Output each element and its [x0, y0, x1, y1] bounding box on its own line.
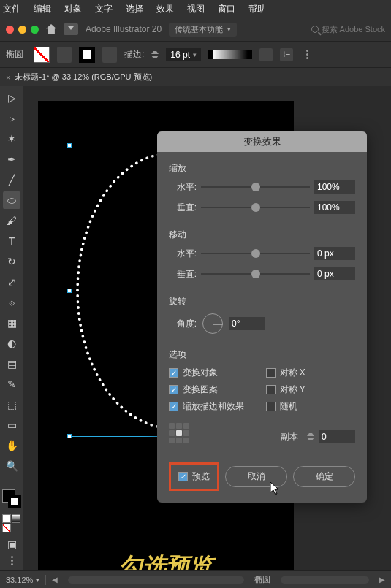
cancel-button[interactable]: 取消 [225, 466, 287, 487]
ok-button[interactable]: 确定 [293, 466, 355, 487]
stroke-profile[interactable] [208, 50, 252, 59]
move-v-input[interactable] [314, 267, 355, 280]
copies-label: 副本 [281, 431, 298, 443]
tool-rotate[interactable]: ↻ [3, 253, 20, 270]
brush-definition[interactable] [259, 48, 273, 61]
preview-label: 预览 [192, 470, 210, 483]
scale-h-label: 水平: [169, 181, 197, 194]
tool-line[interactable]: ╱ [3, 171, 20, 188]
minimize-button[interactable] [18, 26, 26, 34]
tool-gradient[interactable]: ▤ [3, 355, 20, 373]
menu-select[interactable]: 选择 [126, 3, 143, 15]
tool-selection[interactable]: ▷ [3, 89, 20, 107]
shape-label: 椭圆 [6, 48, 26, 61]
menu-type[interactable]: 文字 [95, 3, 113, 15]
scale-v-input[interactable] [314, 201, 355, 214]
tool-shape[interactable]: ⬭ [3, 191, 20, 209]
tool-scale[interactable]: ⤢ [3, 273, 20, 291]
scale-h-input[interactable] [314, 180, 355, 194]
move-v-label: 垂直: [169, 268, 197, 280]
fill-stroke-icon[interactable] [2, 489, 21, 508]
scroll-right[interactable]: ▶ [379, 576, 385, 584]
tool-free-transform[interactable]: ▦ [3, 314, 20, 332]
chk-transform-patterns[interactable] [169, 385, 178, 394]
zoom-level[interactable]: 33.12% [6, 576, 39, 584]
copies-input[interactable] [319, 430, 355, 443]
angle-dial[interactable] [202, 313, 223, 334]
stroke-value-input[interactable]: 16 pt [166, 48, 201, 61]
preview-highlight: 预览 [169, 462, 219, 491]
scale-v-label: 垂直: [169, 202, 197, 214]
dialog-title: 变换效果 [157, 131, 367, 152]
menu-file[interactable]: 文件 [3, 3, 20, 15]
tool-hand[interactable]: ✋ [3, 437, 20, 454]
stroke-stepper[interactable] [151, 49, 159, 61]
fill-swatch[interactable] [34, 47, 50, 63]
arrange-dropdown[interactable] [64, 23, 78, 35]
fill-mode-buttons[interactable] [57, 47, 72, 63]
tool-artboard[interactable]: ▭ [3, 416, 20, 434]
selection-status: 椭圆 [254, 574, 270, 585]
close-button[interactable] [6, 26, 14, 34]
tool-shape-builder[interactable]: ◐ [3, 335, 20, 352]
scale-section: 缩放 [169, 162, 355, 175]
menu-effect[interactable]: 效果 [156, 3, 174, 15]
move-section: 移动 [169, 229, 355, 241]
tool-type[interactable]: T [3, 232, 20, 250]
tool-zoom[interactable]: 🔍 [3, 457, 20, 475]
chk-transform-objects[interactable] [169, 368, 178, 378]
tool-blend[interactable]: ⬚ [3, 396, 20, 413]
chk-random[interactable] [266, 402, 276, 411]
tool-direct-select[interactable]: ▹ [3, 110, 20, 127]
move-h-slider[interactable] [201, 248, 310, 259]
maximize-button[interactable] [31, 26, 39, 34]
chk-scale-strokes[interactable] [169, 402, 178, 411]
scrollbar[interactable] [68, 576, 244, 584]
angle-label: 角度: [169, 318, 197, 330]
chk-reflect-x[interactable] [266, 368, 276, 378]
stroke-label: 描边: [124, 48, 144, 61]
menu-help[interactable]: 帮助 [248, 3, 266, 15]
copies-stepper[interactable] [307, 431, 314, 443]
tab-title[interactable]: 未标题-1* @ 33.12% (RGB/GPU 预览) [15, 72, 152, 83]
more-options[interactable] [300, 50, 314, 59]
status-bar: 33.12% ◀ 椭圆 ▶ [0, 570, 391, 588]
search-icon [311, 26, 319, 33]
home-icon[interactable] [46, 24, 56, 34]
toolbox: ▷ ▹ ✶ ✒ ╱ ⬭ 🖌 T ↻ ⤢ ⟐ ▦ ◐ ▤ ✎ ⬚ ▭ ✋ 🔍 ▣ [0, 86, 23, 570]
scale-v-slider[interactable] [201, 202, 310, 213]
scroll-left[interactable]: ◀ [52, 576, 58, 584]
tool-magic-wand[interactable]: ✶ [3, 130, 20, 148]
chk-preview[interactable] [178, 472, 188, 481]
color-mode-buttons[interactable] [2, 514, 21, 532]
workspace-dropdown[interactable]: 传统基本功能 [169, 23, 237, 37]
scale-h-slider[interactable] [201, 182, 310, 192]
toolbox-more[interactable] [5, 556, 18, 565]
menu-view[interactable]: 视图 [187, 3, 205, 15]
opacity-button[interactable]: ⁞≡ [280, 48, 293, 61]
move-h-input[interactable] [314, 247, 355, 260]
menu-window[interactable]: 窗口 [218, 3, 235, 15]
move-h-label: 水平: [169, 248, 197, 260]
move-v-slider[interactable] [201, 269, 310, 279]
window-controls [6, 26, 39, 34]
menu-object[interactable]: 对象 [64, 3, 82, 15]
chk-reflect-y[interactable] [266, 385, 276, 394]
menubar: 文件 编辑 对象 文字 选择 效果 视图 窗口 帮助 [0, 0, 391, 18]
tool-paintbrush[interactable]: 🖌 [3, 212, 20, 229]
screen-mode[interactable]: ▣ [3, 535, 20, 553]
close-tab[interactable]: × [6, 73, 10, 82]
stroke-swatch[interactable] [79, 47, 95, 63]
search-stock[interactable]: 搜索 Adobe Stock [311, 24, 385, 35]
stroke-mode-buttons[interactable] [102, 47, 117, 63]
app-bar: Adobe Illustrator 20 传统基本功能 搜索 Adobe Sto… [0, 18, 391, 41]
tool-pen[interactable]: ✒ [3, 150, 20, 168]
tool-eyedropper[interactable]: ✎ [3, 375, 20, 393]
angle-input[interactable] [229, 317, 265, 330]
menu-edit[interactable]: 编辑 [34, 3, 51, 15]
caption-text: 勾选预览 [119, 551, 213, 570]
tool-width[interactable]: ⟐ [3, 294, 20, 311]
scrollbar-right[interactable] [281, 576, 369, 584]
transform-effect-dialog: 变换效果 缩放 水平: 垂直: 移动 水平: 垂直: 旋转 角度: [157, 131, 367, 503]
anchor-picker[interactable] [169, 423, 189, 443]
